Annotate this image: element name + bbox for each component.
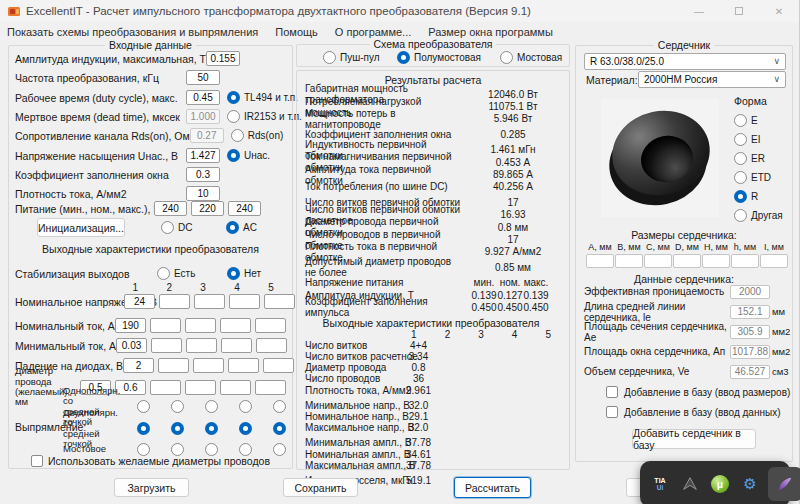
close-button[interactable]: ✕ xyxy=(759,0,799,22)
rect-bipolar-4[interactable] xyxy=(239,422,252,435)
radio-rdson[interactable] xyxy=(231,129,244,142)
min-current-5[interactable] xyxy=(256,338,287,353)
radio-pushpull[interactable] xyxy=(323,51,336,64)
radio-shape-r[interactable] xyxy=(734,190,747,203)
dim-c-input[interactable] xyxy=(644,254,672,268)
add-core-button[interactable]: Добавить сердечник в базу xyxy=(632,429,756,449)
wire-diameter-2[interactable] xyxy=(150,380,181,395)
supply-nom-input[interactable] xyxy=(191,201,224,216)
nominal-current-1[interactable] xyxy=(115,318,146,333)
current-density-label: Плотность тока, А/мм2 xyxy=(15,188,186,200)
diode-drop-4[interactable] xyxy=(228,358,259,373)
add-data-label: Добавление в базу (ввод данных) xyxy=(624,407,780,418)
current-density-row: Плотность тока, А/мм2 xyxy=(15,186,286,201)
dim-h-input[interactable] xyxy=(702,254,730,268)
wire-diameter-3[interactable] xyxy=(185,380,216,395)
menu-about[interactable]: О программе... xyxy=(335,26,411,38)
nominal-current-4[interactable] xyxy=(220,318,251,333)
tia-portal-icon[interactable]: TIAUi xyxy=(648,470,672,498)
min-current-3[interactable] xyxy=(186,338,217,353)
radio-stab-no[interactable] xyxy=(227,267,240,280)
rect-bipolar-3[interactable] xyxy=(205,422,218,435)
rect-unipolar-1[interactable] xyxy=(137,400,150,413)
radio-dc[interactable] xyxy=(161,221,174,234)
nominal-voltage-1[interactable] xyxy=(124,294,155,309)
dim-d-input[interactable] xyxy=(673,254,701,268)
material-select[interactable]: 2000НМ Россия ∨ xyxy=(638,71,786,88)
nominal-voltage-2[interactable] xyxy=(159,294,190,309)
stabilization-label: Стабилизация выходов xyxy=(15,268,130,280)
frequency-input[interactable] xyxy=(186,70,220,85)
radio-shape-ei[interactable] xyxy=(734,133,747,146)
dim-i-input[interactable] xyxy=(760,254,788,268)
add-data-checkbox[interactable] xyxy=(606,406,618,418)
min-current-1[interactable] xyxy=(116,338,147,353)
rect-bipolar-1[interactable] xyxy=(137,422,150,435)
diode-drop-3[interactable] xyxy=(193,358,224,373)
shape-other-option: Другая xyxy=(734,209,783,222)
save-button[interactable]: Сохранить xyxy=(283,478,358,497)
maximize-button[interactable] xyxy=(719,0,759,22)
nominal-current-5[interactable] xyxy=(255,318,286,333)
supply-min-input[interactable] xyxy=(154,201,187,216)
dim-a-input[interactable] xyxy=(586,254,614,268)
min-current-2[interactable] xyxy=(151,338,182,353)
load-button[interactable]: Загрузить xyxy=(114,478,189,497)
result-value: 0.453 А xyxy=(461,157,565,168)
current-density-input[interactable] xyxy=(186,186,220,201)
nominal-voltage-4[interactable] xyxy=(229,294,260,309)
calculate-button[interactable]: Рассчитать xyxy=(454,477,531,498)
rect-unipolar-3[interactable] xyxy=(205,400,218,413)
wire-diameter-5[interactable] xyxy=(255,380,286,395)
minimize-button[interactable]: — xyxy=(679,0,719,22)
frequency-label: Частота преобразования, кГц xyxy=(15,72,186,84)
radio-stab-yes[interactable] xyxy=(157,267,170,280)
menu-show-schemes[interactable]: Показать схемы преобразования и выпрямле… xyxy=(7,26,258,38)
rect-unipolar-2[interactable] xyxy=(171,400,184,413)
feather-app-icon[interactable] xyxy=(768,467,800,501)
dim-b-input[interactable] xyxy=(615,254,643,268)
use-diameters-checkbox[interactable] xyxy=(31,455,43,467)
menu-help[interactable]: Помощь xyxy=(275,26,318,38)
radio-shape-other[interactable] xyxy=(734,209,747,222)
radio-halfbridge[interactable] xyxy=(397,51,410,64)
wire-diameter-4[interactable] xyxy=(220,380,251,395)
nominal-current-2[interactable] xyxy=(150,318,181,333)
radio-ir2153[interactable] xyxy=(227,110,240,123)
result-value: 12046.0 Вт xyxy=(461,89,565,100)
settings-gear-icon[interactable]: ⚙ xyxy=(738,470,762,498)
core-photo xyxy=(601,99,719,217)
diode-drop-1[interactable] xyxy=(123,358,154,373)
radio-shape-etd[interactable] xyxy=(734,171,747,184)
fill-factor-input[interactable] xyxy=(186,167,220,182)
supply-max-input[interactable] xyxy=(228,201,261,216)
dim-h2-input[interactable] xyxy=(731,254,759,268)
radio-ac[interactable] xyxy=(226,221,239,234)
saturation-input[interactable] xyxy=(186,148,220,163)
add-dims-checkbox[interactable] xyxy=(606,386,618,398)
radio-shape-er[interactable] xyxy=(734,152,747,165)
init-button[interactable]: Инициализация... xyxy=(37,218,125,237)
rect-unipolar-4[interactable] xyxy=(239,400,252,413)
nominal-current-3[interactable] xyxy=(185,318,216,333)
utorrent-icon[interactable]: µ xyxy=(708,470,732,498)
nominal-voltage-3[interactable] xyxy=(194,294,225,309)
radio-bridge[interactable] xyxy=(500,51,513,64)
core-model-select[interactable]: R 63.0/38.0/25.0 ∨ xyxy=(584,53,786,70)
duty-cycle-input[interactable] xyxy=(186,90,220,105)
result-value: 0.8 мм xyxy=(461,222,565,233)
triangle-app-icon[interactable] xyxy=(678,470,702,498)
rect-bipolar-2[interactable] xyxy=(171,422,184,435)
induction-input[interactable] xyxy=(206,51,240,66)
nominal-voltage-5[interactable] xyxy=(264,294,295,309)
menu-window-size[interactable]: Размер окна программы xyxy=(428,26,553,38)
radio-shape-e[interactable] xyxy=(734,114,747,127)
col-header-4: 4 xyxy=(222,282,252,293)
rect-unipolar-5[interactable] xyxy=(273,400,286,413)
rect-bipolar-5[interactable] xyxy=(273,422,286,435)
radio-tl494[interactable] xyxy=(227,91,240,104)
diode-drop-2[interactable] xyxy=(158,358,189,373)
radio-unas[interactable] xyxy=(227,149,240,162)
min-current-4[interactable] xyxy=(221,338,252,353)
diode-drop-5[interactable] xyxy=(263,358,294,373)
